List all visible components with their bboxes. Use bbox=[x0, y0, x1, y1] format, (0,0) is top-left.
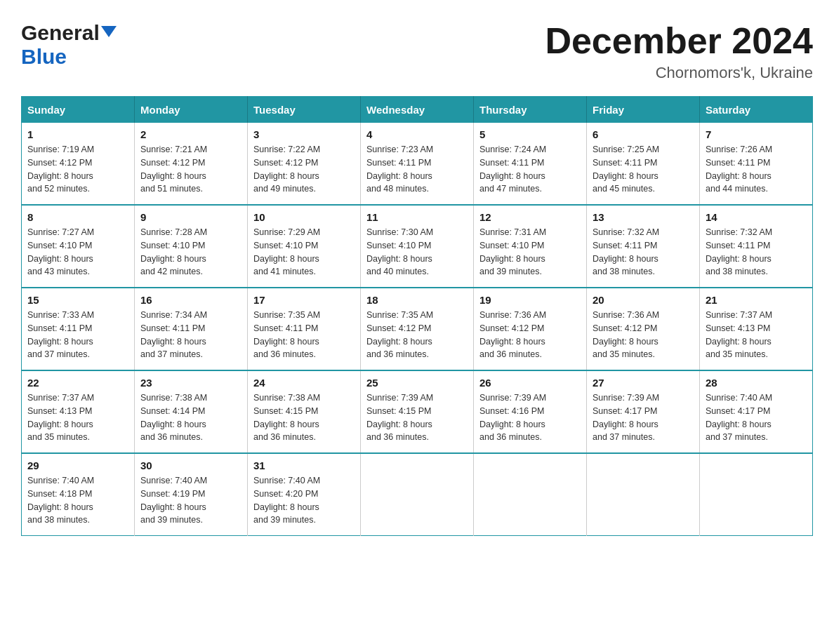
month-title: December 2024 bbox=[545, 21, 813, 61]
day-number: 24 bbox=[253, 377, 355, 389]
calendar-cell: 5 Sunrise: 7:24 AMSunset: 4:11 PMDayligh… bbox=[474, 123, 587, 205]
day-info: Sunrise: 7:39 AMSunset: 4:16 PMDaylight:… bbox=[479, 391, 581, 444]
day-info: Sunrise: 7:28 AMSunset: 4:10 PMDaylight:… bbox=[140, 226, 241, 279]
day-number: 26 bbox=[479, 377, 581, 389]
calendar-cell: 8 Sunrise: 7:27 AMSunset: 4:10 PMDayligh… bbox=[22, 205, 135, 288]
calendar-week-row: 15 Sunrise: 7:33 AMSunset: 4:11 PMDaylig… bbox=[22, 288, 813, 370]
day-number: 3 bbox=[253, 128, 355, 140]
calendar-cell bbox=[361, 453, 474, 536]
day-number: 6 bbox=[593, 128, 694, 140]
day-info: Sunrise: 7:23 AMSunset: 4:11 PMDaylight:… bbox=[366, 143, 468, 196]
day-info: Sunrise: 7:40 AMSunset: 4:20 PMDaylight:… bbox=[253, 474, 355, 527]
day-info: Sunrise: 7:37 AMSunset: 4:13 PMDaylight:… bbox=[27, 391, 128, 444]
calendar-cell: 30 Sunrise: 7:40 AMSunset: 4:19 PMDaylig… bbox=[135, 453, 248, 536]
calendar-cell bbox=[700, 453, 813, 536]
day-info: Sunrise: 7:37 AMSunset: 4:13 PMDaylight:… bbox=[706, 309, 807, 361]
day-number: 22 bbox=[27, 377, 128, 389]
day-info: Sunrise: 7:29 AMSunset: 4:10 PMDaylight:… bbox=[253, 226, 355, 279]
day-number: 29 bbox=[27, 459, 128, 471]
day-info: Sunrise: 7:26 AMSunset: 4:11 PMDaylight:… bbox=[706, 143, 807, 196]
day-number: 20 bbox=[593, 294, 694, 306]
calendar-header-saturday: Saturday bbox=[700, 97, 813, 123]
day-number: 21 bbox=[706, 294, 807, 306]
calendar-cell: 16 Sunrise: 7:34 AMSunset: 4:11 PMDaylig… bbox=[135, 288, 248, 370]
day-info: Sunrise: 7:21 AMSunset: 4:12 PMDaylight:… bbox=[140, 143, 241, 196]
calendar-header-sunday: Sunday bbox=[22, 97, 135, 123]
day-info: Sunrise: 7:35 AMSunset: 4:12 PMDaylight:… bbox=[366, 309, 468, 361]
calendar-cell: 11 Sunrise: 7:30 AMSunset: 4:10 PMDaylig… bbox=[361, 205, 474, 288]
day-number: 13 bbox=[593, 211, 694, 223]
calendar-header-monday: Monday bbox=[135, 97, 248, 123]
calendar-cell: 31 Sunrise: 7:40 AMSunset: 4:20 PMDaylig… bbox=[248, 453, 361, 536]
calendar-cell: 1 Sunrise: 7:19 AMSunset: 4:12 PMDayligh… bbox=[22, 123, 135, 205]
logo: General Blue bbox=[21, 21, 117, 69]
day-info: Sunrise: 7:32 AMSunset: 4:11 PMDaylight:… bbox=[593, 226, 694, 279]
day-info: Sunrise: 7:30 AMSunset: 4:10 PMDaylight:… bbox=[366, 226, 468, 279]
day-info: Sunrise: 7:40 AMSunset: 4:17 PMDaylight:… bbox=[706, 391, 807, 444]
calendar-cell bbox=[587, 453, 700, 536]
logo-general-text: General bbox=[21, 21, 100, 45]
day-info: Sunrise: 7:40 AMSunset: 4:19 PMDaylight:… bbox=[140, 474, 241, 527]
calendar-cell: 22 Sunrise: 7:37 AMSunset: 4:13 PMDaylig… bbox=[22, 370, 135, 453]
day-number: 11 bbox=[366, 211, 468, 223]
calendar-header-friday: Friday bbox=[587, 97, 700, 123]
day-number: 12 bbox=[479, 211, 581, 223]
calendar-header-wednesday: Wednesday bbox=[361, 97, 474, 123]
day-number: 19 bbox=[479, 294, 581, 306]
calendar-week-row: 22 Sunrise: 7:37 AMSunset: 4:13 PMDaylig… bbox=[22, 370, 813, 453]
logo-blue-text: Blue bbox=[21, 45, 67, 68]
day-number: 31 bbox=[253, 459, 355, 471]
day-number: 16 bbox=[140, 294, 241, 306]
day-number: 8 bbox=[27, 211, 128, 223]
svg-marker-0 bbox=[101, 26, 117, 37]
calendar-table: SundayMondayTuesdayWednesdayThursdayFrid… bbox=[21, 96, 813, 536]
day-info: Sunrise: 7:38 AMSunset: 4:15 PMDaylight:… bbox=[253, 391, 355, 444]
calendar-cell: 23 Sunrise: 7:38 AMSunset: 4:14 PMDaylig… bbox=[135, 370, 248, 453]
day-number: 10 bbox=[253, 211, 355, 223]
calendar-cell: 29 Sunrise: 7:40 AMSunset: 4:18 PMDaylig… bbox=[22, 453, 135, 536]
day-info: Sunrise: 7:24 AMSunset: 4:11 PMDaylight:… bbox=[479, 143, 581, 196]
calendar-cell: 20 Sunrise: 7:36 AMSunset: 4:12 PMDaylig… bbox=[587, 288, 700, 370]
calendar-cell: 9 Sunrise: 7:28 AMSunset: 4:10 PMDayligh… bbox=[135, 205, 248, 288]
calendar-cell: 2 Sunrise: 7:21 AMSunset: 4:12 PMDayligh… bbox=[135, 123, 248, 205]
calendar-week-row: 8 Sunrise: 7:27 AMSunset: 4:10 PMDayligh… bbox=[22, 205, 813, 288]
calendar-header-thursday: Thursday bbox=[474, 97, 587, 123]
day-number: 2 bbox=[140, 128, 241, 140]
day-info: Sunrise: 7:27 AMSunset: 4:10 PMDaylight:… bbox=[27, 226, 128, 279]
day-info: Sunrise: 7:39 AMSunset: 4:17 PMDaylight:… bbox=[593, 391, 694, 444]
calendar-cell: 3 Sunrise: 7:22 AMSunset: 4:12 PMDayligh… bbox=[248, 123, 361, 205]
calendar-cell: 19 Sunrise: 7:36 AMSunset: 4:12 PMDaylig… bbox=[474, 288, 587, 370]
day-info: Sunrise: 7:36 AMSunset: 4:12 PMDaylight:… bbox=[479, 309, 581, 361]
page-header: General Blue December 2024 Chornomors'k,… bbox=[21, 21, 813, 82]
calendar-cell: 18 Sunrise: 7:35 AMSunset: 4:12 PMDaylig… bbox=[361, 288, 474, 370]
location-label: Chornomors'k, Ukraine bbox=[545, 64, 813, 82]
day-number: 17 bbox=[253, 294, 355, 306]
day-number: 4 bbox=[366, 128, 468, 140]
day-info: Sunrise: 7:34 AMSunset: 4:11 PMDaylight:… bbox=[140, 309, 241, 361]
day-number: 18 bbox=[366, 294, 468, 306]
day-number: 14 bbox=[706, 211, 807, 223]
calendar-cell: 10 Sunrise: 7:29 AMSunset: 4:10 PMDaylig… bbox=[248, 205, 361, 288]
calendar-cell: 25 Sunrise: 7:39 AMSunset: 4:15 PMDaylig… bbox=[361, 370, 474, 453]
day-info: Sunrise: 7:35 AMSunset: 4:11 PMDaylight:… bbox=[253, 309, 355, 361]
calendar-week-row: 29 Sunrise: 7:40 AMSunset: 4:18 PMDaylig… bbox=[22, 453, 813, 536]
day-info: Sunrise: 7:40 AMSunset: 4:18 PMDaylight:… bbox=[27, 474, 128, 527]
calendar-cell: 21 Sunrise: 7:37 AMSunset: 4:13 PMDaylig… bbox=[700, 288, 813, 370]
day-info: Sunrise: 7:39 AMSunset: 4:15 PMDaylight:… bbox=[366, 391, 468, 444]
calendar-cell: 14 Sunrise: 7:32 AMSunset: 4:11 PMDaylig… bbox=[700, 205, 813, 288]
calendar-cell: 24 Sunrise: 7:38 AMSunset: 4:15 PMDaylig… bbox=[248, 370, 361, 453]
calendar-header-row: SundayMondayTuesdayWednesdayThursdayFrid… bbox=[22, 97, 813, 123]
day-info: Sunrise: 7:38 AMSunset: 4:14 PMDaylight:… bbox=[140, 391, 241, 444]
day-number: 5 bbox=[479, 128, 581, 140]
calendar-cell: 12 Sunrise: 7:31 AMSunset: 4:10 PMDaylig… bbox=[474, 205, 587, 288]
calendar-cell bbox=[474, 453, 587, 536]
day-info: Sunrise: 7:32 AMSunset: 4:11 PMDaylight:… bbox=[706, 226, 807, 279]
calendar-cell: 28 Sunrise: 7:40 AMSunset: 4:17 PMDaylig… bbox=[700, 370, 813, 453]
day-info: Sunrise: 7:25 AMSunset: 4:11 PMDaylight:… bbox=[593, 143, 694, 196]
day-number: 9 bbox=[140, 211, 241, 223]
day-number: 23 bbox=[140, 377, 241, 389]
day-number: 1 bbox=[27, 128, 128, 140]
day-number: 27 bbox=[593, 377, 694, 389]
calendar-cell: 4 Sunrise: 7:23 AMSunset: 4:11 PMDayligh… bbox=[361, 123, 474, 205]
calendar-cell: 17 Sunrise: 7:35 AMSunset: 4:11 PMDaylig… bbox=[248, 288, 361, 370]
